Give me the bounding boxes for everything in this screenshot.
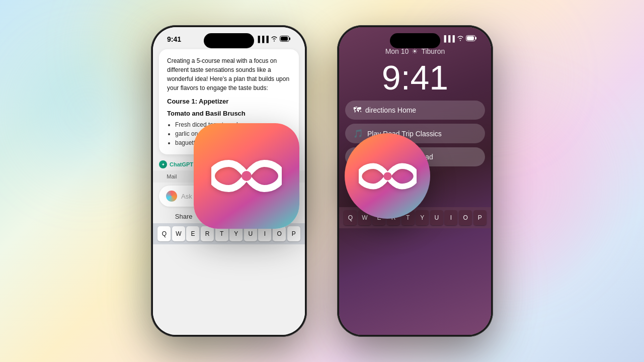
key-w[interactable]: W — [172, 226, 185, 241]
svg-rect-1 — [289, 38, 290, 40]
dynamic-island-right — [390, 33, 440, 48]
battery-icon — [280, 36, 291, 43]
suggestion-directions-text: directions Home — [365, 106, 416, 114]
phone-right-status-icons: ▐▐▐ — [442, 35, 477, 42]
infinity-logo-small — [359, 160, 417, 193]
chatgpt-label[interactable]: ChatGPT — [170, 161, 193, 167]
key-u-r[interactable]: U — [430, 210, 443, 225]
svg-point-7 — [383, 172, 391, 180]
battery-icon-right — [466, 35, 477, 42]
key-e[interactable]: E — [186, 226, 199, 241]
key-r[interactable]: R — [201, 226, 214, 241]
weather-location: Tiburon — [421, 47, 445, 55]
key-i-r[interactable]: I — [444, 210, 457, 225]
siri-card-text: Creating a 5-course meal with a focus on… — [167, 56, 291, 93]
music-icon: 🎵 — [353, 129, 363, 138]
phone-left-status-icons: ▐▐▐ — [256, 36, 291, 43]
lock-time: 9:41 — [339, 58, 491, 97]
app-icon-small[interactable] — [345, 133, 430, 219]
key-q-r[interactable]: Q — [344, 210, 357, 225]
siri-ring-icon — [166, 191, 177, 202]
wifi-icon — [271, 36, 278, 43]
dish-title: Tomato and Basil Brusch — [167, 109, 291, 119]
key-y-r[interactable]: Y — [416, 210, 429, 225]
action-share[interactable]: Share — [175, 213, 193, 220]
dynamic-island-left — [204, 33, 254, 48]
svg-rect-4 — [475, 37, 476, 40]
svg-rect-2 — [281, 37, 288, 41]
suggestion-directions[interactable]: 🗺 directions Home — [345, 101, 485, 120]
svg-rect-5 — [467, 36, 474, 40]
wifi-icon-right — [457, 35, 464, 42]
map-icon: 🗺 — [353, 106, 361, 115]
app-icon-large[interactable] — [194, 123, 299, 229]
lock-day: Mon 10 — [385, 47, 409, 55]
keyboard-row-right: Q W E R T Y U I O P — [339, 209, 491, 226]
key-q[interactable]: Q — [157, 226, 171, 241]
tab-mail[interactable]: Mail — [167, 173, 177, 179]
phones-container: 9:41 ▐▐▐ Creating a 5-course meal with a… — [0, 0, 644, 362]
svg-point-6 — [242, 171, 252, 181]
key-o-r[interactable]: O — [459, 210, 472, 225]
phone-left-time: 9:41 — [167, 35, 181, 43]
infinity-logo-large — [211, 156, 282, 196]
lock-date-line: Mon 10 ☀ Tiburon — [339, 47, 491, 55]
app-icon-gradient-large — [194, 123, 299, 229]
key-p-r[interactable]: P — [473, 210, 487, 225]
weather-icon: ☀ — [412, 47, 418, 55]
app-icon-gradient-small — [345, 133, 430, 219]
course1-title: Course 1: Appetizer — [167, 97, 291, 107]
signal-icon: ▐▐▐ — [256, 36, 269, 43]
key-p[interactable]: P — [287, 226, 300, 241]
signal-icon-right: ▐▐▐ — [442, 35, 455, 42]
chatgpt-icon: ✦ — [159, 160, 167, 168]
